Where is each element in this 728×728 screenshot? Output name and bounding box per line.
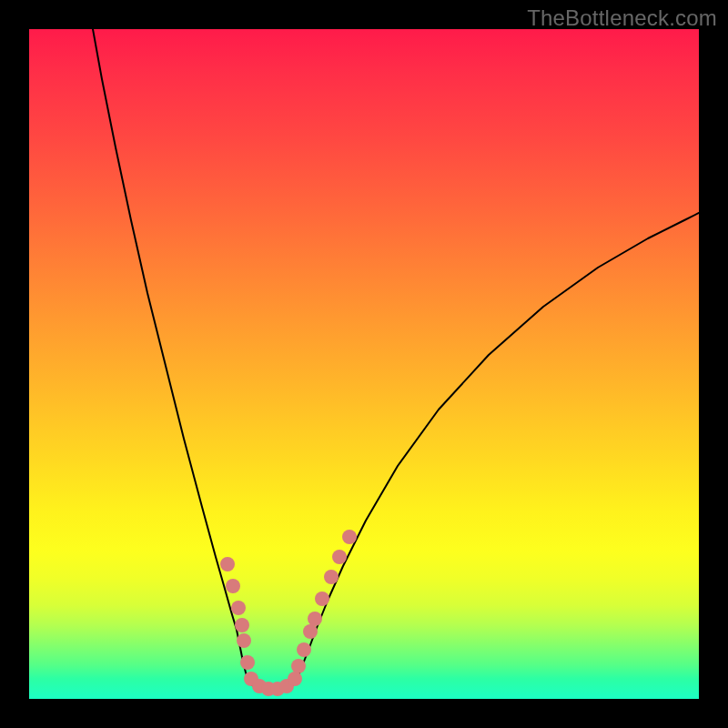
bottleneck-curve bbox=[93, 29, 699, 690]
watermark-text: TheBottleneck.com bbox=[527, 5, 717, 31]
outer-frame: TheBottleneck.com bbox=[0, 0, 728, 728]
data-marker bbox=[226, 579, 240, 593]
data-marker bbox=[315, 592, 329, 606]
data-marker bbox=[235, 618, 249, 632]
data-marker bbox=[303, 624, 318, 639]
data-marker bbox=[237, 633, 251, 648]
data-marker bbox=[332, 550, 347, 564]
plot-area bbox=[29, 29, 699, 699]
data-marker bbox=[288, 672, 302, 686]
data-marker bbox=[291, 659, 306, 673]
data-marker bbox=[231, 601, 246, 615]
data-marker bbox=[240, 655, 255, 670]
curve-layer bbox=[93, 29, 699, 690]
data-marker bbox=[342, 530, 357, 544]
data-marker bbox=[297, 642, 311, 657]
marker-layer bbox=[220, 530, 357, 696]
data-marker bbox=[220, 557, 235, 571]
data-marker bbox=[324, 570, 339, 584]
chart-svg bbox=[29, 29, 699, 699]
data-marker bbox=[308, 612, 322, 626]
